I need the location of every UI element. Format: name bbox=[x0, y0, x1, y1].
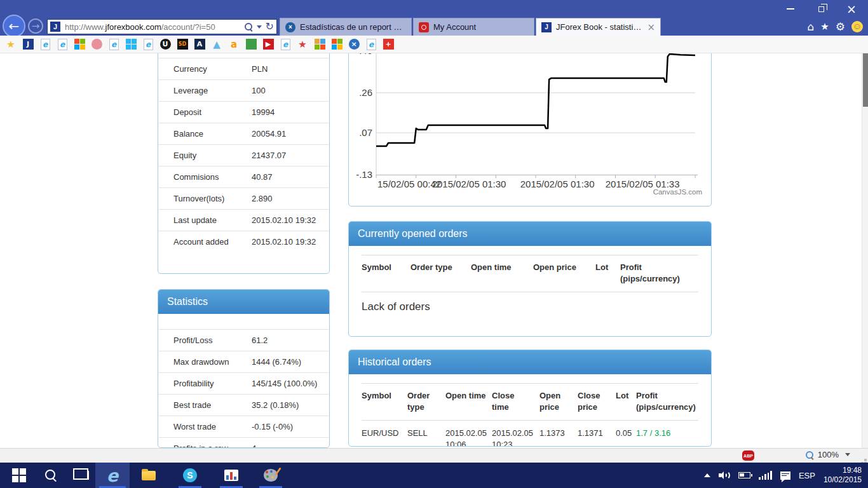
home-icon[interactable]: ⌂ bbox=[808, 22, 815, 32]
paint-palette-icon bbox=[264, 469, 278, 482]
equity-chart-panel: -.13.07.26.4615/02/05 00:422015/02/05 01… bbox=[348, 53, 712, 207]
statistic-row: Worst trade-0.15 (-0%) bbox=[159, 416, 329, 437]
sd-icon[interactable]: SD bbox=[175, 37, 189, 51]
scrollbar-thumb[interactable] bbox=[863, 53, 868, 107]
chart-bars-icon bbox=[224, 470, 238, 481]
skype-icon[interactable]: S bbox=[175, 463, 205, 488]
windows-logo-icon bbox=[12, 468, 26, 482]
tab-jforex-book[interactable]: J JForex Book - statistical tools × bbox=[536, 18, 661, 36]
column-header: Open time bbox=[445, 390, 492, 412]
search-icon[interactable] bbox=[245, 23, 253, 31]
search-button[interactable] bbox=[36, 463, 66, 488]
account-row: Commisions40.87 bbox=[159, 166, 329, 187]
browser-status-bar: ABP 100% bbox=[0, 448, 868, 463]
x-tick-label: 2015/02/05 01:30 bbox=[520, 179, 595, 189]
statistic-row: Max drawdown1444 (6.74%) bbox=[159, 351, 329, 372]
internet-explorer-icon: e bbox=[107, 467, 118, 484]
table-header-row: SymbolOrder typeOpen timeOpen priceLotPr… bbox=[362, 255, 698, 292]
adblock-icon[interactable]: ABP bbox=[742, 451, 754, 461]
triangle-a-icon[interactable]: ▲ bbox=[210, 37, 224, 51]
empty-message: Lack of orders bbox=[362, 292, 698, 322]
swirl-icon[interactable] bbox=[90, 37, 104, 51]
jforexbook-favicon[interactable]: J bbox=[21, 37, 35, 51]
add-favorite-icon[interactable]: ★ bbox=[4, 37, 18, 51]
file-explorer-icon[interactable] bbox=[133, 463, 164, 488]
statistics-panel: Statistics Profit/Loss61.2Max drawdown14… bbox=[158, 289, 330, 448]
ie-page-icon[interactable]: e bbox=[107, 37, 121, 51]
hidden-icons-caret[interactable] bbox=[704, 473, 710, 477]
action-center-icon[interactable] bbox=[780, 471, 790, 480]
chart-app-icon[interactable] bbox=[216, 463, 247, 488]
ie-page-icon[interactable]: e bbox=[364, 37, 378, 51]
eu-red-favicon bbox=[419, 22, 429, 32]
skype-logo-icon: S bbox=[183, 468, 197, 482]
network-signal-icon[interactable] bbox=[759, 471, 772, 480]
paint-icon[interactable] bbox=[255, 463, 286, 488]
ie-page-icon[interactable]: e bbox=[278, 37, 292, 51]
minimize-button[interactable] bbox=[778, 0, 803, 18]
ie-page-icon[interactable]: e bbox=[38, 37, 52, 51]
statistic-row: Profits in a row4 bbox=[159, 437, 329, 448]
pinwheel-icon[interactable]: ★ bbox=[295, 37, 309, 51]
volume-icon[interactable] bbox=[719, 470, 730, 480]
close-button[interactable]: × bbox=[839, 0, 864, 18]
column-header: Symbol bbox=[362, 390, 407, 412]
task-view-button[interactable] bbox=[67, 463, 98, 488]
clock[interactable]: 19:48 10/02/2015 bbox=[824, 466, 862, 485]
windows-icon[interactable] bbox=[124, 37, 138, 51]
puzzle-icon[interactable] bbox=[313, 37, 327, 51]
table-cell: 1.1371 bbox=[578, 428, 616, 447]
search-dropdown-icon[interactable] bbox=[257, 25, 262, 29]
battery-icon[interactable] bbox=[738, 472, 750, 478]
folder-icon bbox=[142, 471, 156, 480]
page-scrollbar[interactable] bbox=[862, 53, 868, 448]
table-cell: 0.05 bbox=[616, 428, 636, 447]
ie-taskbar-icon[interactable]: e bbox=[95, 463, 130, 488]
table-cell: 2015.02.05 10:06 bbox=[445, 428, 492, 447]
zoom-dropdown-icon[interactable] bbox=[845, 453, 850, 456]
youtube-icon[interactable]: ▶ bbox=[261, 37, 275, 51]
resize-grip[interactable] bbox=[864, 459, 867, 461]
y-tick-label: -.13 bbox=[356, 169, 372, 180]
y-tick-label: .46 bbox=[359, 53, 372, 56]
tab-close-icon[interactable]: × bbox=[647, 22, 655, 33]
address-bar[interactable]: J http://www.jforexbook.com/account/?i=5… bbox=[47, 19, 277, 34]
forward-button[interactable]: → bbox=[28, 18, 43, 34]
blue-x-icon[interactable]: × bbox=[347, 37, 361, 51]
favorites-star-icon[interactable]: ★ bbox=[820, 22, 829, 32]
canvasjs-attribution[interactable]: CanvasJS.com bbox=[653, 188, 702, 196]
panel-title: Historical orders bbox=[349, 350, 711, 374]
table-row: EUR/USDSELL2015.02.05 10:062015.02.05 10… bbox=[362, 421, 698, 447]
amazon-icon[interactable]: a bbox=[227, 37, 241, 51]
column-header: Open price bbox=[533, 262, 595, 284]
column-header: Order type bbox=[407, 390, 445, 412]
restore-button[interactable] bbox=[808, 0, 834, 18]
zoom-level[interactable]: 100% bbox=[818, 450, 839, 459]
statistic-row: Best trade35.2 (0.18%) bbox=[159, 394, 329, 416]
column-header: Order type bbox=[410, 262, 471, 284]
account-row: Last update2015.02.10 19:32 bbox=[159, 209, 329, 231]
column-header: Symbol bbox=[362, 262, 410, 284]
health-icon[interactable]: + bbox=[381, 37, 395, 51]
green-app-icon[interactable] bbox=[244, 37, 258, 51]
zoom-icon[interactable] bbox=[805, 451, 814, 459]
tab-my-account[interactable]: My Account bbox=[413, 18, 534, 36]
start-button[interactable] bbox=[4, 463, 34, 488]
column-header: Lot bbox=[616, 390, 636, 412]
microsoft-icon[interactable] bbox=[72, 37, 86, 51]
settings-gear-icon[interactable]: ⚙ bbox=[836, 22, 845, 32]
microsoft-icon[interactable] bbox=[330, 37, 344, 51]
language-indicator[interactable]: ESP bbox=[799, 471, 815, 480]
table-cell: 1.1373 bbox=[539, 428, 578, 447]
feedback-smiley-icon[interactable]: ☺ bbox=[851, 21, 863, 32]
account-row: Deposit19994 bbox=[159, 101, 329, 123]
tab-estadisticas[interactable]: × Estadísticas de un report de Du... bbox=[280, 18, 412, 36]
refresh-icon[interactable]: ↻ bbox=[266, 22, 274, 32]
time: 19:48 bbox=[843, 466, 862, 475]
utorrent-icon[interactable]: U bbox=[158, 37, 172, 51]
table-cell: 1.7 / 3.16 bbox=[636, 428, 698, 447]
activtrades-icon[interactable]: A bbox=[193, 37, 207, 51]
ie-page-icon[interactable]: e bbox=[141, 37, 155, 51]
ie-page-icon[interactable]: e bbox=[55, 37, 69, 51]
back-button[interactable]: ← bbox=[3, 15, 25, 37]
